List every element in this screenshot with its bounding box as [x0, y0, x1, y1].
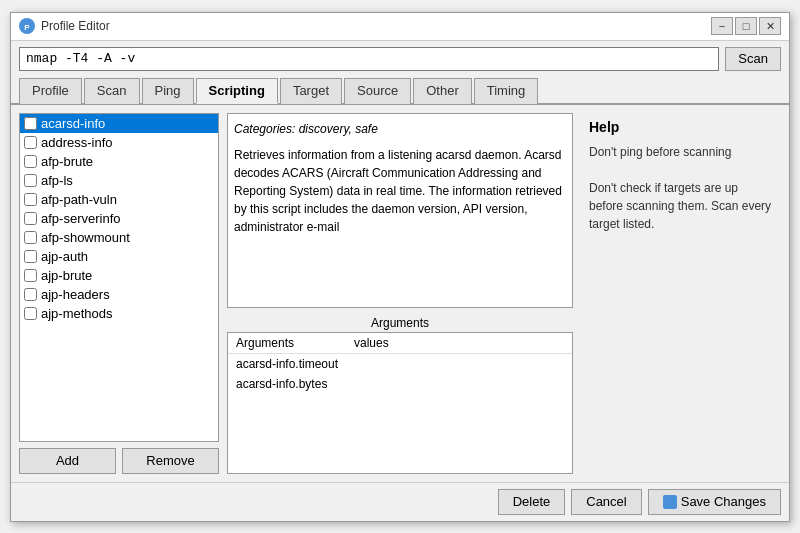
tab-scripting[interactable]: Scripting [196, 78, 278, 104]
close-button[interactable]: ✕ [759, 17, 781, 35]
table-row[interactable]: acarsd-info.timeout [228, 354, 572, 374]
script-checkbox-address-info[interactable] [24, 136, 37, 149]
help-text: Don't ping before scanning Don't check i… [589, 143, 773, 233]
list-item[interactable]: afp-showmount [20, 228, 218, 247]
script-checkbox-ajp-headers[interactable] [24, 288, 37, 301]
description-box: Categories: discovery, safe Retrieves in… [227, 113, 573, 308]
script-checkbox-afp-brute[interactable] [24, 155, 37, 168]
title-bar-left: P Profile Editor [19, 18, 110, 34]
list-item[interactable]: acarsd-info [20, 114, 218, 133]
arguments-section: Arguments Arguments values acarsd-info.t… [227, 314, 573, 474]
col-arguments: Arguments [236, 336, 294, 350]
list-item[interactable]: afp-serverinfo [20, 209, 218, 228]
script-checkbox-acarsd-info[interactable] [24, 117, 37, 130]
save-label: Save Changes [681, 494, 766, 509]
script-checkbox-afp-ls[interactable] [24, 174, 37, 187]
title-bar: P Profile Editor − □ ✕ [11, 13, 789, 41]
minimize-button[interactable]: − [711, 17, 733, 35]
svg-text:P: P [24, 23, 30, 32]
save-icon [663, 495, 677, 509]
list-item[interactable]: ajp-headers [20, 285, 218, 304]
cancel-button[interactable]: Cancel [571, 489, 641, 515]
bottom-bar: Delete Cancel Save Changes [11, 482, 789, 521]
script-checkbox-afp-path-vuln[interactable] [24, 193, 37, 206]
list-item[interactable]: afp-path-vuln [20, 190, 218, 209]
help-title: Help [589, 119, 773, 135]
tab-other[interactable]: Other [413, 78, 472, 104]
script-checkbox-afp-showmount[interactable] [24, 231, 37, 244]
table-row[interactable]: acarsd-info.bytes [228, 374, 572, 394]
delete-button[interactable]: Delete [498, 489, 566, 515]
tab-timing[interactable]: Timing [474, 78, 539, 104]
script-checkbox-ajp-auth[interactable] [24, 250, 37, 263]
save-button[interactable]: Save Changes [648, 489, 781, 515]
left-buttons: Add Remove [19, 448, 219, 474]
script-checkbox-ajp-methods[interactable] [24, 307, 37, 320]
left-panel: acarsd-info address-info afp-brute afp-l… [19, 113, 219, 474]
tab-ping[interactable]: Ping [142, 78, 194, 104]
categories-text: Categories: discovery, safe [234, 120, 566, 138]
window-title: Profile Editor [41, 19, 110, 33]
tab-source[interactable]: Source [344, 78, 411, 104]
window-controls: − □ ✕ [711, 17, 781, 35]
remove-button[interactable]: Remove [122, 448, 219, 474]
app-icon: P [19, 18, 35, 34]
profile-editor-window: P Profile Editor − □ ✕ Scan Profile Scan… [10, 12, 790, 522]
list-item[interactable]: ajp-methods [20, 304, 218, 323]
help-panel: Help Don't ping before scanning Don't ch… [581, 113, 781, 474]
scan-button[interactable]: Scan [725, 47, 781, 71]
list-item[interactable]: afp-brute [20, 152, 218, 171]
arguments-table[interactable]: Arguments values acarsd-info.timeout aca… [227, 332, 573, 474]
script-checkbox-ajp-brute[interactable] [24, 269, 37, 282]
middle-panel: Categories: discovery, safe Retrieves in… [227, 113, 573, 474]
description-text: Retrieves information from a listening a… [234, 146, 566, 236]
command-input[interactable] [19, 47, 719, 71]
tab-profile[interactable]: Profile [19, 78, 82, 104]
col-values: values [354, 336, 389, 350]
arguments-header: Arguments values [228, 333, 572, 354]
add-button[interactable]: Add [19, 448, 116, 474]
toolbar: Scan [11, 41, 789, 77]
content-area: acarsd-info address-info afp-brute afp-l… [11, 105, 789, 482]
tab-target[interactable]: Target [280, 78, 342, 104]
list-item[interactable]: address-info [20, 133, 218, 152]
tab-scan[interactable]: Scan [84, 78, 140, 104]
maximize-button[interactable]: □ [735, 17, 757, 35]
list-item[interactable]: afp-ls [20, 171, 218, 190]
tabs-bar: Profile Scan Ping Scripting Target Sourc… [11, 77, 789, 105]
list-item[interactable]: ajp-auth [20, 247, 218, 266]
arguments-label: Arguments [227, 314, 573, 332]
script-list[interactable]: acarsd-info address-info afp-brute afp-l… [19, 113, 219, 442]
script-checkbox-afp-serverinfo[interactable] [24, 212, 37, 225]
list-item[interactable]: ajp-brute [20, 266, 218, 285]
